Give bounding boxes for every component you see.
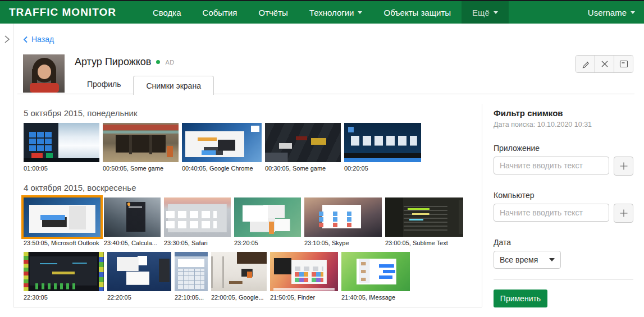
screenshot-thumbnail[interactable]: 21:40:05, iMessage [341,252,410,301]
screenshot-thumbnail[interactable]: 01:00:05 [24,123,99,172]
close-icon [601,60,609,68]
add-application-button[interactable] [614,157,633,176]
screenshot-image[interactable] [344,123,421,162]
screenshot-thumbnail[interactable]: 23:20:05 [234,197,301,246]
brand-logo[interactable]: TRAFFIC MONITOR [0,1,125,24]
nav-items: СводкаСобытияОтчётыТехнологииОбъекты защ… [142,1,509,24]
tab-profile[interactable]: Профиль [75,75,133,94]
screenshot-image[interactable] [211,252,267,291]
group-date-header: 5 октября 2015, понедельник [24,108,482,118]
screenshot-thumbnail[interactable]: 00:30:05, Some game [265,123,341,172]
caret-down-icon [494,11,498,14]
search-date-label: Дата поиска: 10.10.2020 10:31 [494,121,633,128]
caret-down-icon [631,11,635,14]
nav-item-label: Ещё [472,8,490,17]
chevron-right-icon[interactable] [3,35,11,44]
screenshot-caption: 22:10:05... [175,294,208,301]
screenshot-image[interactable] [341,252,410,291]
screenshot-thumbnail[interactable]: 22:10:05... [175,252,208,301]
screenshot-image[interactable] [24,197,101,237]
screenshot-caption: 23:10:05, Skype [304,240,382,246]
screenshot-caption: 22:20:05 [107,294,171,301]
back-link[interactable]: Назад [23,35,54,44]
online-status-dot [156,60,160,64]
screenshot-thumbnail[interactable]: 23:50:05, Microsoft Outlook [24,197,101,246]
group-date-header: 4 октября 2015, воскресенье [24,183,482,192]
sidebar-divider [494,279,633,280]
screenshot-image[interactable] [24,123,99,162]
screenshot-image[interactable] [107,252,171,291]
screenshot-caption: 01:00:05 [24,165,99,172]
top-navbar: TRAFFIC MONITOR СводкаСобытияОтчётыТехно… [0,1,644,24]
apply-button[interactable]: Применить [494,290,547,307]
nav-item[interactable]: Отчёты [248,1,298,24]
screenshot-thumbnail[interactable]: 22:20:05 [107,252,171,301]
screenshot-thumbnail[interactable]: 23:30:05, Safari [164,197,231,246]
nav-item-label: Сводка [153,8,181,17]
screenshot-image[interactable] [304,197,382,237]
profile-actions [576,55,633,73]
screenshot-image[interactable] [385,197,463,237]
profile-tabs: Профиль Снимки экрана [75,75,214,94]
screenshot-thumbnail[interactable]: 21:50:05, Finder [270,252,338,301]
nav-item[interactable]: Объекты защиты [373,1,462,24]
nav-item[interactable]: Ещё [462,1,509,24]
add-computer-button[interactable] [614,204,633,223]
screenshot-thumbnail[interactable]: 22:30:05 [24,252,104,301]
computer-input[interactable] [494,204,609,222]
screenshot-thumbnail[interactable]: 23:00:05, Sublime Text [385,197,463,246]
screenshot-thumbnail[interactable]: 23:10:05, Skype [304,197,382,246]
screenshot-image[interactable] [24,252,104,291]
caret-down-icon [358,11,362,14]
screenshot-thumbnail[interactable]: 23:40:05, Calcula... [104,197,161,246]
screenshot-caption: 23:50:05, Microsoft Outlook [24,240,101,246]
screenshot-image[interactable] [104,197,161,237]
screenshot-caption: 23:40:05, Calcula... [104,240,161,246]
chevron-left-icon [23,36,28,43]
user-menu[interactable]: Username [579,1,644,24]
screenshot-groups: 5 октября 2015, понедельник01:00:0500:50… [13,94,482,307]
screenshot-image[interactable] [164,197,231,237]
date-select[interactable]: Все время [494,251,561,269]
nav-item[interactable]: Технологии [299,1,373,24]
user-menu-label: Username [588,8,627,17]
pencil-icon [581,59,590,68]
avatar [23,54,65,93]
computer-label: Компьютер [494,191,633,200]
screenshot-thumbnail[interactable]: 00:50:05, Some game [103,123,179,172]
screenshot-image[interactable] [103,123,179,162]
plus-icon [619,162,628,171]
filter-panel: Фильтр снимков Дата поиска: 10.10.2020 1… [494,104,633,307]
plus-icon [619,209,628,218]
screenshot-caption: 00:40:05, Google Chrome [182,165,262,172]
screenshot-image[interactable] [175,252,208,291]
screenshot-image[interactable] [270,252,338,291]
page-title: Артур Пирожков [75,56,151,68]
screenshot-caption: 23:30:05, Safari [164,240,231,246]
status-badge: AD [165,59,174,66]
screenshot-thumbnail[interactable]: 00:40:05, Google Chrome [182,123,262,172]
screenshot-caption: 22:00:05, Google... [211,294,267,301]
screenshot-image[interactable] [182,123,262,162]
back-link-label: Назад [31,35,54,44]
screenshot-caption: 21:50:05, Finder [270,294,338,301]
delete-button[interactable] [595,56,614,72]
nav-item[interactable]: События [192,1,248,24]
screenshot-image[interactable] [234,197,301,237]
screenshot-caption: 00:50:05, Some game [103,165,179,172]
caret-down-icon [549,258,555,261]
nav-item-label: Технологии [309,8,354,17]
tab-screenshots[interactable]: Снимки экрана [133,76,213,95]
screenshot-thumbnail[interactable]: 00:20:05 [344,123,421,172]
profile-header: Артур Пирожков AD [75,56,175,68]
screenshot-thumbnail[interactable]: 22:00:05, Google... [211,252,267,301]
screenshot-image[interactable] [265,123,341,162]
nav-item-label: Отчёты [258,8,287,17]
date-label: Дата [494,238,633,247]
card-button[interactable] [614,56,633,72]
content-sidebar-divider [482,104,482,307]
edit-button[interactable] [576,56,595,72]
nav-item[interactable]: Сводка [142,1,192,24]
application-input[interactable] [494,157,609,174]
screenshot-group: 4 октября 2015, воскресенье23:50:05, Mic… [24,183,482,301]
